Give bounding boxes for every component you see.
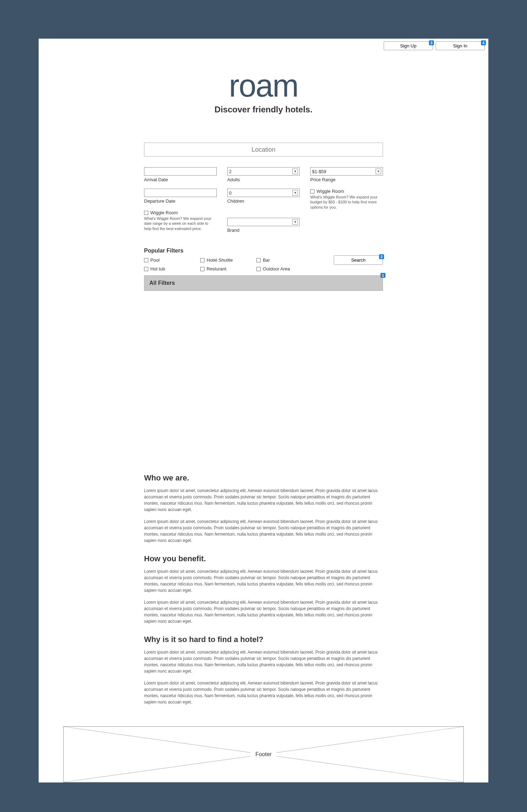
- wiggle-price-label: Wiggle Room: [317, 189, 344, 194]
- all-filters-panel[interactable]: All Filters 1: [144, 275, 383, 291]
- arrival-date-input[interactable]: [144, 167, 217, 176]
- search-label: Search: [351, 257, 365, 263]
- popular-filters-title: Popular Filters: [144, 248, 383, 254]
- chevron-down-icon: ▼: [292, 219, 298, 225]
- body-text: Lorem ipsum dolor sit amet, consectetur …: [144, 680, 383, 705]
- footer-placeholder: Footer: [63, 726, 464, 782]
- why-hard-section: Why is it so hard to find a hotel? Lorem…: [144, 635, 383, 705]
- annotation-marker-4: 4: [481, 40, 486, 45]
- location-input[interactable]: [144, 143, 383, 157]
- filter-hottub[interactable]: Hot tub: [144, 266, 193, 271]
- brand-label: Brand: [227, 228, 300, 233]
- wiggle-price-help: What's Wiggle Room? We expand your budge…: [310, 195, 383, 210]
- arrival-date-label: Arrival Date: [144, 177, 217, 182]
- why-title: Why is it so hard to find a hotel?: [144, 635, 383, 644]
- guests-column: 2 ▼ Adults 0 ▼ Children ▼: [227, 167, 300, 239]
- price-column: $1-$59 ▼ Price Range Wiggle Room What's …: [310, 167, 383, 239]
- chevron-down-icon: ▼: [292, 190, 298, 196]
- filter-shuttle[interactable]: Hotel Shuttle: [200, 257, 249, 263]
- benefit-title: How you benefit.: [144, 554, 383, 563]
- search-form: Arrival Date Departure Date Wiggle Room …: [144, 143, 383, 291]
- departure-date-label: Departure Date: [144, 198, 217, 204]
- wiggle-date-label: Wiggle Room: [150, 210, 178, 215]
- body-text: Lorem ipsum dolor sit amet, consectetur …: [144, 487, 383, 513]
- filter-label: Outdoor Area: [263, 266, 290, 271]
- chevron-down-icon: ▼: [376, 169, 381, 174]
- logo: roam: [39, 68, 488, 104]
- filter-label: Hotel Shuttle: [207, 257, 233, 263]
- price-value: $1-$59: [312, 169, 326, 174]
- checkbox-icon: [144, 258, 148, 262]
- signup-button[interactable]: Sign Up 3: [384, 41, 433, 50]
- chevron-down-icon: ▼: [292, 169, 298, 174]
- signup-label: Sign Up: [400, 43, 416, 48]
- wiggle-date-checkbox[interactable]: Wiggle Room: [144, 210, 217, 215]
- filter-restaurant[interactable]: Resturant: [200, 266, 249, 271]
- price-range-select[interactable]: $1-$59 ▼: [310, 167, 383, 176]
- filter-label: Bar: [263, 257, 270, 263]
- checkbox-icon: [256, 258, 261, 262]
- adults-label: Adults: [227, 177, 300, 182]
- how-you-benefit-section: How you benefit. Lorem ipsum dolor sit a…: [144, 554, 383, 624]
- adults-value: 2: [229, 169, 232, 174]
- brand-select[interactable]: ▼: [227, 218, 300, 226]
- body-text: Lorem ipsum dolor sit amet, consectetur …: [144, 649, 383, 674]
- filter-outdoor[interactable]: Outdoor Area: [256, 266, 306, 271]
- who-we-are-section: Who we are. Lorem ipsum dolor sit amet, …: [144, 473, 383, 544]
- topbar: Sign Up 3 Sign In 4: [39, 39, 488, 50]
- filter-bar[interactable]: Bar: [256, 257, 306, 263]
- checkbox-icon: [144, 211, 148, 215]
- annotation-marker-3: 3: [429, 40, 434, 45]
- filter-pool[interactable]: Pool: [144, 257, 193, 263]
- dates-column: Arrival Date Departure Date Wiggle Room …: [144, 167, 217, 239]
- body-text: Lorem ipsum dolor sit amet, consectetur …: [144, 599, 383, 624]
- children-value: 0: [229, 190, 232, 196]
- content-sections: Who we are. Lorem ipsum dolor sit amet, …: [144, 473, 383, 705]
- page-wireframe: Sign Up 3 Sign In 4 roam Discover friend…: [39, 39, 488, 782]
- body-text: Lorem ipsum dolor sit amet, consectetur …: [144, 518, 383, 544]
- wiggle-price-checkbox[interactable]: Wiggle Room: [310, 189, 383, 194]
- adults-select[interactable]: 2 ▼: [227, 167, 300, 176]
- filter-label: Pool: [150, 257, 160, 263]
- checkbox-icon: [200, 258, 204, 262]
- all-filters-label: All Filters: [149, 280, 175, 286]
- signin-button[interactable]: Sign In 4: [436, 41, 485, 50]
- footer-label: Footer: [251, 751, 276, 758]
- checkbox-icon: [310, 189, 314, 194]
- checkbox-icon: [144, 267, 148, 271]
- wiggle-date-help: What's Wiggle Room? We expand your date …: [144, 216, 217, 231]
- departure-date-input[interactable]: [144, 189, 217, 197]
- price-range-label: Price Range: [310, 177, 383, 182]
- signin-label: Sign In: [453, 43, 467, 48]
- hero: roam Discover friendly hotels.: [39, 50, 488, 114]
- annotation-marker-2: 2: [379, 254, 384, 259]
- filter-label: Resturant: [207, 266, 226, 271]
- annotation-marker-1: 1: [380, 273, 385, 278]
- tagline: Discover friendly hotels.: [39, 105, 488, 114]
- search-button[interactable]: Search 2: [334, 255, 383, 265]
- body-text: Lorem ipsum dolor sit amet, consectetur …: [144, 568, 383, 594]
- filter-label: Hot tub: [150, 266, 165, 271]
- who-title: Who we are.: [144, 473, 383, 483]
- children-label: Children: [227, 198, 300, 204]
- checkbox-icon: [200, 267, 204, 271]
- checkbox-icon: [256, 267, 261, 271]
- children-select[interactable]: 0 ▼: [227, 189, 300, 197]
